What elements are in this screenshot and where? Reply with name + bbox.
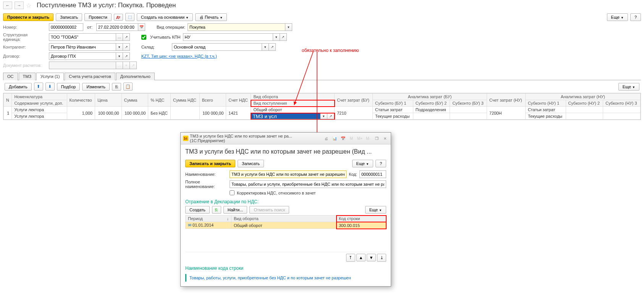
th-nsub3[interactable]: Субконто (НУ) 3 [603,100,641,107]
receipt-type-input[interactable] [251,113,320,119]
cell-sum[interactable]: 100 000,00 [121,107,148,120]
th-price[interactable]: Цена [95,94,122,107]
th-cost-bu[interactable]: Счет затрат (БУ) [335,94,373,107]
contract-input[interactable] [49,52,116,60]
kpn-open-icon[interactable]: ↗ [280,33,287,41]
th-n[interactable]: N [4,94,12,107]
print-button[interactable]: 🖨 Печать▼ [195,13,227,21]
op-type-dropdown-icon[interactable]: ▾ [285,23,292,31]
nav-back-button[interactable]: ← [3,2,12,9]
counterparty-dropdown-icon[interactable]: ▾ [116,43,123,51]
calc-doc-open-icon: ↗ [130,62,137,69]
th-vat-sum[interactable]: Сумма НДС [171,94,200,107]
move-up-button[interactable]: ⬆ [34,83,43,91]
th-sub2[interactable]: Субконто (БУ) 2 [413,100,450,107]
cell-n[interactable]: 1 [4,107,12,120]
move-down-button[interactable]: ⬇ [45,83,55,91]
kpn-input[interactable] [183,33,273,41]
calc-doc-ellipsis-icon: … [116,62,123,69]
counterparty-open-icon[interactable]: ↗ [123,43,130,51]
th-nomenclature-sub[interactable]: Содержание услуги, доп. [12,100,67,107]
structure-button[interactable]: ⬚ [125,13,134,21]
calc-doc-label: Документ расчетов: [3,63,45,68]
post-and-close-button[interactable]: Провести и закрыть [3,13,53,21]
contract-open-icon[interactable]: ↗ [123,52,130,60]
org-ellipsis-icon[interactable]: … [116,33,123,41]
change-button[interactable]: Изменить [82,83,110,91]
currency-link[interactable]: KZT, Тип цен: <не указан>, НДС (в т.ч.) [141,54,217,58]
kpn-label: Учитывать КПН [150,35,181,39]
th-vat-pct[interactable]: % НДС [148,94,171,107]
dt-kt-button[interactable]: Дт [114,14,123,21]
save-button[interactable]: Записать [56,13,82,21]
tab-tmz[interactable]: ТМЗ [19,73,36,80]
tab-extra[interactable]: Дополнительно [116,73,155,80]
table-row[interactable]: 1 Услуги лектора 1,000 100 000,00 100 00… [4,107,641,113]
favorite-star-icon[interactable]: ☆ [26,2,31,9]
warehouse-label: Склад: [141,45,170,49]
cell-nsub1[interactable]: Статьи затрат [525,107,566,113]
cell-vat-acc[interactable]: 1421 [226,107,251,120]
cell-turnover[interactable]: Общий оборот [251,107,335,113]
cell-nsub2[interactable] [566,107,603,113]
post-button[interactable]: Провести [84,13,112,21]
cell-sub1[interactable]: Статьи затрат [373,107,413,113]
cell-vat-pct[interactable]: Без НДС [148,107,171,120]
cell-vat-sum[interactable] [171,107,200,120]
copy-button[interactable]: ⎘ [112,83,121,91]
cell-cost-nu[interactable]: 7200Н [487,107,526,120]
table-more-button[interactable]: Еще▼ [618,83,639,91]
date-input[interactable] [96,23,138,31]
contract-dropdown-icon[interactable]: ▾ [116,52,123,60]
warehouse-open-icon[interactable]: ↗ [269,43,276,51]
more-button[interactable]: Еще▼ [607,13,628,21]
counterparty-input[interactable] [49,43,116,51]
th-turnover[interactable]: Вид оборота [251,94,335,100]
number-input[interactable] [49,23,83,31]
cell-price[interactable]: 100 000,00 [95,107,122,120]
th-sub3[interactable]: Субконто (БУ) 3 [450,100,487,107]
help-button[interactable]: ? [630,13,641,21]
cell-nsub3[interactable] [603,107,641,113]
cell-sub1b[interactable]: Текущие расходы [373,113,413,120]
cell-receipt-edit[interactable]: ▾ ↗ [251,113,335,120]
th-total[interactable]: Всего [199,94,226,107]
th-qty[interactable]: Количество [67,94,95,107]
add-row-button[interactable]: Добавить [5,83,32,91]
calendar-icon[interactable]: 📅 [138,23,145,31]
th-nsub1[interactable]: Субконто (НУ) 1 [525,100,566,107]
th-nomenclature[interactable]: Номенклатура [12,94,67,100]
org-open-icon[interactable]: ↗ [123,33,130,41]
th-analytics-bu[interactable]: Аналитика затрат (БУ) [373,94,487,100]
th-receipt-type[interactable]: Вид поступления [251,100,335,107]
th-vat-acc[interactable]: Счет НДС [226,94,251,107]
cell-nomenclature2[interactable]: Услуги лектора [12,113,67,120]
org-input[interactable] [49,33,116,41]
th-sub1[interactable]: Субконто (БУ) 1 [373,100,413,107]
th-analytics-nu[interactable]: Аналитика затрат (НУ) [525,94,640,100]
cell-sub2[interactable]: Подразделения [413,107,450,113]
cell-nsub1b[interactable]: Текущие расходы [525,113,566,120]
op-type-input[interactable] [188,23,285,31]
receipt-dropdown-icon[interactable]: ▾ [320,113,327,119]
create-based-on-button[interactable]: Создать на основании▼ [137,13,193,21]
warehouse-input[interactable] [172,43,262,51]
cell-nomenclature[interactable]: Услуги лектора [12,107,67,113]
cell-sub3[interactable] [450,107,487,113]
cell-total[interactable]: 100 000,00 [199,107,226,120]
cell-qty[interactable]: 1,000 [67,107,95,120]
kpn-dropdown-icon[interactable]: ▾ [273,33,280,41]
nav-forward-button[interactable]: → [15,2,24,9]
warehouse-dropdown-icon[interactable]: ▾ [262,43,269,51]
th-nsub2[interactable]: Субконто (НУ) 2 [566,100,603,107]
select-button[interactable]: Подбор [57,83,80,91]
receipt-open-icon[interactable]: ↗ [327,113,334,119]
tab-services[interactable]: Услуги (1) [36,73,64,80]
cell-cost-bu[interactable]: 7210 [335,107,373,120]
th-sum[interactable]: Сумма [121,94,148,107]
tab-accounts[interactable]: Счета учета расчетов [65,73,115,80]
kpn-checkbox[interactable] [141,35,146,40]
tab-os[interactable]: ОС [3,73,18,80]
th-cost-nu[interactable]: Счет затрат (НУ) [487,94,526,107]
paste-button[interactable]: 📋 [123,83,133,91]
